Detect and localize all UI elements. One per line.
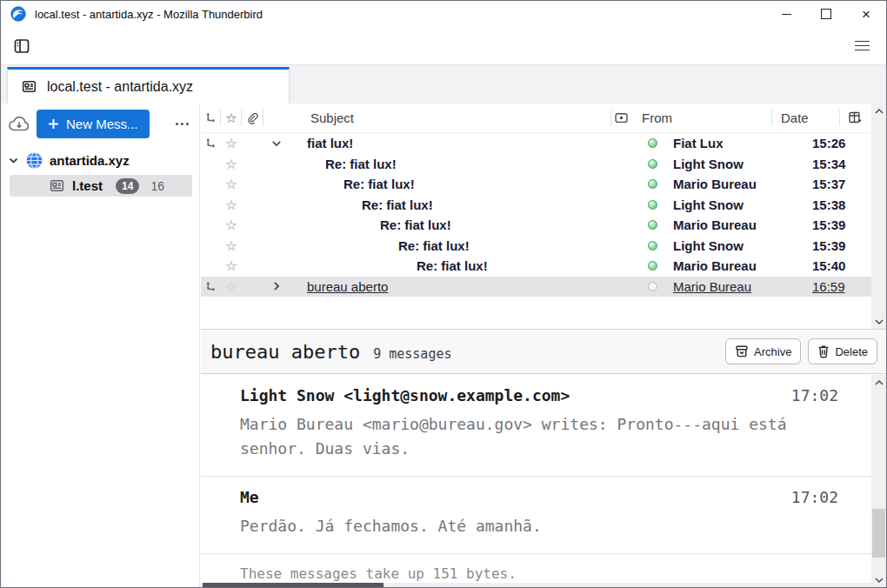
subject-text: fiat lux!: [307, 136, 353, 150]
star-button[interactable]: ☆: [221, 277, 242, 297]
thread-list-row[interactable]: ☆Re: fiat lux!Mario Bureau15:37: [201, 174, 871, 195]
unified-toolbar: [1, 27, 886, 65]
thread-marker-cell: [201, 215, 221, 236]
scroll-down-icon[interactable]: [871, 314, 886, 329]
thread-list-scrollbar[interactable]: [871, 104, 886, 329]
folder-newsgroup-icon: [49, 177, 65, 194]
scroll-down-icon[interactable]: [871, 572, 886, 587]
read-status-cell[interactable]: [643, 133, 663, 154]
subject-column-header[interactable]: Subject: [263, 104, 611, 132]
star-button[interactable]: ☆: [221, 174, 242, 195]
minimize-button[interactable]: [766, 1, 806, 27]
star-icon: ☆: [225, 280, 237, 293]
thread-list-row[interactable]: ☆Re: fiat lux!Light Snow15:39: [201, 236, 871, 257]
unread-dot-icon[interactable]: [648, 241, 657, 251]
thread-list-row[interactable]: ☆Re: fiat lux!Light Snow15:34: [201, 154, 871, 175]
thread-column-header[interactable]: [201, 104, 221, 132]
message-header[interactable]: Light Snow <light@snow.example.com>17:02: [240, 386, 838, 404]
thread-marker-cell: [201, 133, 221, 154]
date-column-header[interactable]: Date: [772, 104, 840, 132]
unread-dot-icon[interactable]: [648, 138, 657, 148]
read-column-header[interactable]: [611, 104, 631, 132]
subject-text: Re: fiat lux!: [362, 197, 433, 212]
from-cell: Fiat Lux: [663, 133, 804, 154]
thread-list-row[interactable]: ☆Re: fiat lux!Light Snow15:38: [201, 195, 871, 216]
unread-dot-icon[interactable]: [648, 220, 657, 230]
star-button[interactable]: ☆: [221, 133, 242, 154]
attachment-cell: [242, 256, 263, 277]
maximize-button[interactable]: [806, 1, 846, 27]
twisty-icon[interactable]: [263, 281, 303, 291]
read-status-cell[interactable]: [643, 236, 663, 257]
new-message-button[interactable]: New Mess...: [37, 110, 150, 138]
read-status-cell[interactable]: [643, 256, 663, 277]
folder-pane-options-button[interactable]: [174, 117, 190, 130]
attachment-cell: [242, 236, 263, 257]
message-item[interactable]: Me17:02Perdão. Já fechamos. Até amanhã.: [201, 477, 871, 554]
window-title: local.test - antartida.xyz - Mozilla Thu…: [35, 8, 263, 21]
message-pane-scrollbar[interactable]: [871, 375, 886, 587]
from-cell: Mario Bureau: [663, 256, 804, 277]
star-button[interactable]: ☆: [221, 195, 242, 216]
app-menu-button[interactable]: [849, 33, 875, 59]
read-status-cell[interactable]: [643, 215, 663, 236]
attachment-cell: [242, 174, 263, 195]
tab-bar: local.test - antartida.xyz: [1, 65, 886, 104]
message-time: 17:02: [791, 488, 838, 506]
read-status-cell[interactable]: [643, 195, 663, 216]
star-button[interactable]: ☆: [221, 215, 242, 236]
chevron-down-icon[interactable]: [8, 155, 19, 166]
thread-list-row[interactable]: ☆Re: fiat lux!Mario Bureau15:40: [201, 256, 871, 277]
star-button[interactable]: ☆: [221, 236, 242, 257]
from-cell: Light Snow: [663, 195, 804, 216]
delete-button[interactable]: Delete: [808, 338, 877, 364]
unread-dot-icon[interactable]: [648, 159, 657, 169]
message-item[interactable]: Light Snow <light@snow.example.com>17:02…: [201, 375, 871, 477]
ellipsis-icon: [176, 123, 178, 125]
total-count: 16: [150, 179, 164, 193]
thread-marker-cell: [201, 277, 221, 297]
horizontal-scrollbar-thumb[interactable]: [203, 583, 383, 587]
subject-cell: Re: fiat lux!: [263, 215, 643, 236]
scrollbar-thumb[interactable]: [872, 509, 885, 558]
subject-text: Re: fiat lux!: [325, 157, 397, 171]
tab-local-test[interactable]: local.test - antartida.xyz: [7, 67, 290, 104]
message-list: Light Snow <light@snow.example.com>17:02…: [201, 375, 871, 554]
subject-cell: Re: fiat lux!: [263, 174, 643, 195]
unread-dot-icon[interactable]: [648, 179, 657, 189]
from-column-header[interactable]: From: [631, 104, 772, 132]
read-status-cell[interactable]: [643, 154, 663, 175]
close-button[interactable]: ×: [846, 1, 886, 27]
attachment-column-header[interactable]: [242, 104, 263, 132]
star-button[interactable]: ☆: [221, 256, 242, 277]
from-cell: Mario Bureau: [663, 277, 804, 297]
scroll-up-icon[interactable]: [871, 375, 886, 390]
message-pane-horizontal-scrollbar[interactable]: [201, 583, 871, 587]
twisty-collapsed-icon: [271, 281, 282, 291]
thread-list-row[interactable]: ☆Re: fiat lux!Mario Bureau15:39: [201, 215, 871, 236]
thread-summary-bar: bureau aberto 9 messages Archive Delete: [201, 329, 886, 374]
read-status-cell[interactable]: [643, 277, 663, 297]
archive-button[interactable]: Archive: [725, 338, 801, 364]
scroll-up-icon[interactable]: [871, 104, 886, 118]
star-button[interactable]: ☆: [221, 154, 242, 175]
thread-list-row[interactable]: ☆bureau abertoMario Bureau16:59: [201, 277, 871, 297]
read-dot-icon[interactable]: [648, 282, 657, 291]
sidebar-item-folder-ltest[interactable]: l.test 14 16: [10, 175, 192, 197]
message-header[interactable]: Me17:02: [240, 488, 838, 506]
get-messages-button[interactable]: [8, 115, 30, 134]
spaces-toolbar-button[interactable]: [9, 33, 35, 59]
unread-dot-icon[interactable]: [648, 200, 657, 210]
thread-list-row[interactable]: ☆fiat lux!Fiat Lux15:26: [201, 133, 871, 154]
unread-dot-icon[interactable]: [648, 261, 657, 271]
star-column-header[interactable]: ☆: [221, 104, 242, 132]
date-cell: 15:37: [804, 174, 871, 195]
folder-name: l.test: [72, 178, 103, 193]
sidebar-item-account[interactable]: antartida.xyz: [1, 144, 199, 172]
twisty-icon[interactable]: [263, 138, 303, 149]
subject-cell: Re: fiat lux!: [263, 256, 643, 277]
subject-cell: Re: fiat lux!: [263, 195, 643, 216]
from-cell: Mario Bureau: [663, 174, 804, 195]
column-picker-button[interactable]: [840, 104, 871, 132]
read-status-cell[interactable]: [643, 174, 663, 195]
